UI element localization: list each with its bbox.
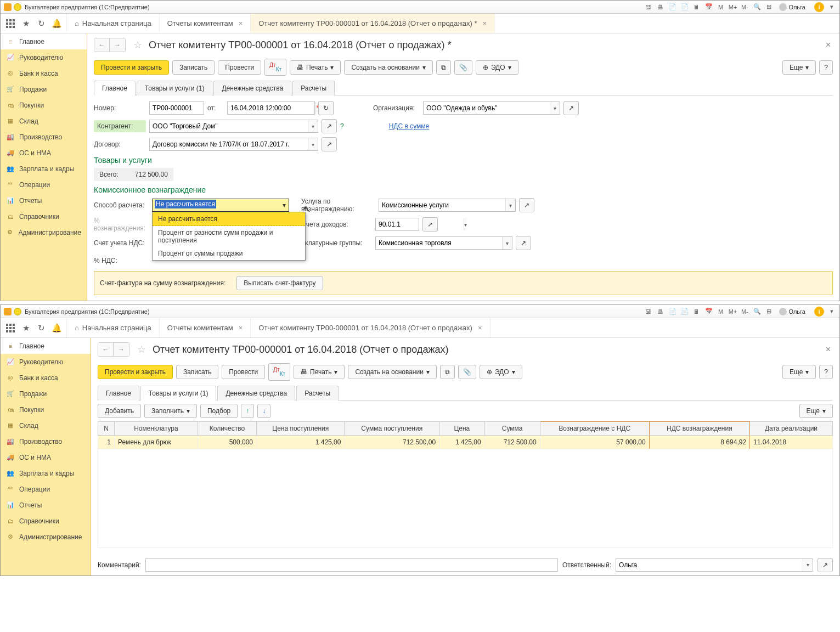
org-input[interactable]: ▾ [423, 101, 560, 115]
open-partner-button[interactable]: ↗ [322, 119, 337, 133]
comment-input[interactable] [145, 558, 558, 572]
chevron-down-icon[interactable]: ▾ [308, 138, 318, 150]
cell-qty[interactable]: 500,000 [198, 435, 256, 449]
col-commission[interactable]: Вознаграждение с НДС [540, 421, 649, 435]
create-invoice-button[interactable]: Выписать счет-фактуру [236, 276, 323, 290]
form-tab-cash[interactable]: Денежные средства [217, 386, 295, 400]
close-icon[interactable]: × [239, 19, 243, 27]
open-service-button[interactable]: ↗ [519, 198, 534, 212]
structure-button[interactable]: ⧉ [440, 365, 455, 379]
calc-icon[interactable]: 🖩 [692, 307, 701, 316]
info-icon[interactable]: i [814, 2, 824, 12]
structure-button[interactable]: ⧉ [436, 60, 451, 75]
sidebar-item-purchases[interactable]: 🛍Покупки [1, 402, 91, 417]
form-tab-calc[interactable]: Расчеты [296, 386, 339, 400]
doc-icon[interactable]: 📄 [668, 307, 677, 316]
chevron-down-icon[interactable]: ▾ [502, 237, 512, 249]
cell-nomen[interactable]: Ремень для брюк [114, 435, 198, 449]
sidebar-item-bank[interactable]: ◎Банк и касса [1, 370, 91, 386]
sidebar-item-payroll[interactable]: 👥Зарплата и кадры [1, 161, 87, 177]
form-tab-goods[interactable]: Товары и услуги (1) [140, 386, 217, 400]
form-tab-main[interactable]: Главное [94, 81, 136, 95]
chevron-down-icon[interactable]: ▾ [280, 199, 289, 211]
forward-button[interactable]: → [110, 38, 125, 52]
help-button[interactable]: ? [819, 60, 833, 75]
notifications-icon[interactable]: 🔔 [49, 320, 64, 336]
menu-icon[interactable]: ▾ [827, 3, 836, 12]
doc2-icon[interactable]: 📄 [680, 307, 689, 316]
sidebar-item-operations[interactable]: ᴬᵏОперации [1, 481, 91, 497]
save-icon[interactable]: 🖫 [644, 307, 653, 316]
doc2-icon[interactable]: 📄 [680, 3, 689, 12]
sidebar-item-main[interactable]: ≡Главное [1, 33, 87, 49]
print-icon[interactable]: 🖶 [656, 307, 665, 316]
method-option-2[interactable]: Процент от суммы продажи [153, 247, 305, 260]
user-chip[interactable]: Ольга [777, 308, 808, 315]
dt-kt-button[interactable]: ДтКт [268, 363, 290, 380]
resp-input[interactable]: ▾ [616, 558, 813, 572]
back-button[interactable]: ← [98, 343, 114, 356]
cell-n[interactable]: 1 [98, 435, 115, 449]
form-tab-goods[interactable]: Товары и услуги (1) [137, 81, 213, 95]
sidebar-item-sales[interactable]: 🛒Продажи [1, 81, 87, 97]
calendar-icon[interactable]: 📅 [704, 3, 713, 12]
m-button[interactable]: M [717, 307, 725, 316]
sidebar-item-manager[interactable]: 📈Руководителю [1, 49, 87, 65]
apps-icon[interactable] [3, 320, 18, 336]
tab-reports[interactable]: Отчеты комитентам× [160, 318, 251, 337]
history-icon[interactable]: ↻ [33, 320, 49, 336]
post-button[interactable]: Провести [222, 365, 265, 379]
sidebar-item-production[interactable]: 🏭Производство [1, 129, 87, 145]
m-button[interactable]: M [717, 3, 725, 12]
m-plus-button[interactable]: M+ [729, 307, 737, 316]
menu-icon[interactable]: ▾ [827, 307, 836, 316]
move-down-button[interactable]: ↓ [257, 404, 270, 418]
pick-button[interactable]: Подбор [200, 404, 238, 418]
sidebar-item-admin[interactable]: ⚙Администрирование [1, 529, 91, 545]
grid-row[interactable]: 1 Ремень для брюк 500,000 1 425,00 712 5… [98, 435, 833, 449]
search-icon[interactable]: 🔍 [753, 3, 762, 12]
star-icon[interactable]: ☆ [135, 343, 148, 356]
chevron-down-icon[interactable]: ▾ [550, 102, 560, 114]
nds-link[interactable]: НДС в сумме [389, 122, 430, 130]
sidebar-item-operations[interactable]: ᴬᵏОперации [1, 177, 87, 193]
print-icon[interactable]: 🖶 [656, 3, 665, 12]
move-up-button[interactable]: ↑ [241, 404, 254, 418]
sidebar-item-assets[interactable]: 🚚ОС и НМА [1, 145, 87, 161]
fill-button[interactable]: Заполнить▾ [144, 404, 197, 418]
refresh-date-button[interactable]: ↻ [318, 101, 334, 115]
sidebar-item-catalogs[interactable]: 🗂Справочники [1, 513, 91, 529]
open-contract-button[interactable]: ↗ [322, 137, 337, 151]
form-tab-main[interactable]: Главное [98, 386, 139, 400]
favorite-icon[interactable]: ★ [18, 320, 33, 336]
col-nomen[interactable]: Номенклатура [114, 421, 198, 435]
edo-button[interactable]: ⊕ЭДО▾ [480, 365, 522, 379]
sidebar-item-warehouse[interactable]: ▦Склад [1, 113, 87, 129]
calc-icon[interactable]: 🖩 [692, 3, 701, 12]
close-icon[interactable]: × [478, 324, 482, 332]
date-input[interactable]: 📅 [227, 101, 315, 115]
print-button[interactable]: 🖶Печать▾ [290, 60, 341, 75]
attach-button[interactable]: 📎 [458, 365, 476, 379]
sidebar-item-bank[interactable]: ◎Банк и касса [1, 65, 87, 81]
open-resp-button[interactable]: ↗ [818, 558, 833, 572]
sidebar-item-warehouse[interactable]: ▦Склад [1, 417, 91, 433]
close-icon[interactable]: × [239, 324, 243, 332]
info-icon[interactable]: i [814, 307, 824, 317]
notifications-icon[interactable]: 🔔 [49, 16, 64, 31]
method-option-0[interactable]: Не рассчитывается [153, 212, 305, 226]
col-n[interactable]: N [98, 421, 115, 435]
nomen-group-input[interactable]: ▾ [375, 236, 512, 250]
chevron-down-icon[interactable]: ▾ [464, 218, 467, 230]
sidebar-item-reports[interactable]: 📊Отчеты [1, 193, 87, 208]
doc-icon[interactable]: 📄 [668, 3, 677, 12]
grid-more-button[interactable]: Еще▾ [799, 404, 833, 418]
open-nomen-group-button[interactable]: ↗ [516, 236, 531, 250]
col-sum-in[interactable]: Сумма поступления [345, 421, 439, 435]
more-button[interactable]: Еще▾ [782, 365, 816, 379]
sidebar-item-purchases[interactable]: 🛍Покупки [1, 97, 87, 113]
col-qty[interactable]: Количество [198, 421, 256, 435]
cell-sum-in[interactable]: 712 500,00 [345, 435, 439, 449]
print-button[interactable]: 🖶Печать▾ [294, 365, 345, 379]
post-button[interactable]: Провести [218, 60, 261, 75]
